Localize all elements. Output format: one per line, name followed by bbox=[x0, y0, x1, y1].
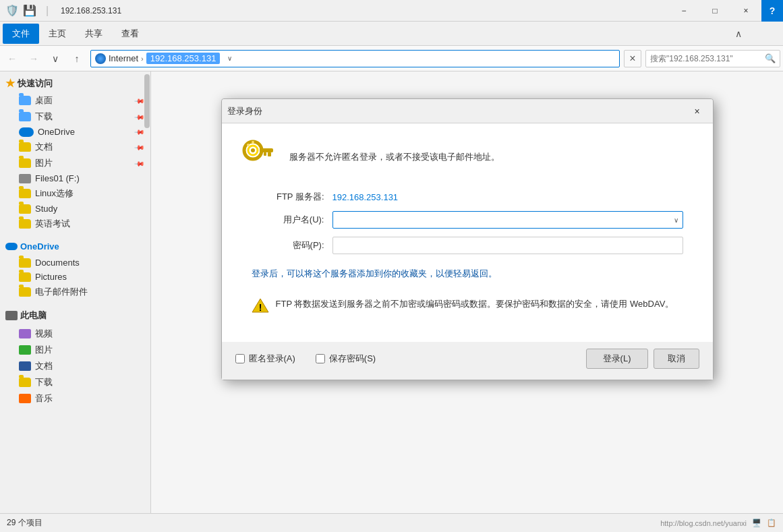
key-svg bbox=[238, 137, 275, 174]
sidebar-item-doc[interactable]: 文档 bbox=[0, 358, 150, 374]
sidebar-item-download[interactable]: 下载 bbox=[0, 374, 150, 390]
sidebar-item-label: 电子邮件附件 bbox=[35, 286, 88, 298]
dialog-note: 登录后，可以将这个服务器添加到你的收藏夹，以便轻易返回。 bbox=[238, 262, 697, 291]
back-button[interactable]: ← bbox=[3, 49, 22, 68]
menu-file[interactable]: 文件 bbox=[3, 24, 39, 44]
sidebar-item-english[interactable]: 英语考试 bbox=[0, 216, 150, 232]
main-area: ★ 快速访问 桌面 📌 下载 📌 OneDrive 📌 文档 📌 bbox=[0, 71, 783, 513]
dialog-title: 登录身份 bbox=[227, 105, 687, 117]
minimize-button[interactable]: − bbox=[668, 0, 699, 22]
search-input[interactable] bbox=[650, 54, 762, 63]
sidebar-item-label: 下载 bbox=[35, 376, 53, 388]
sidebar-item-documents[interactable]: 文档 📌 bbox=[0, 139, 150, 155]
sidebar-item-music[interactable]: 音乐 bbox=[0, 390, 150, 407]
sidebar-item-picture[interactable]: 图片 bbox=[0, 342, 150, 358]
statusbar-icon1: 🖥️ bbox=[752, 519, 761, 527]
username-dropdown-arrow[interactable]: ∨ bbox=[674, 216, 678, 224]
pin-icon: 📌 bbox=[134, 95, 145, 106]
sidebar-item-onedrive[interactable]: OneDrive 📌 bbox=[0, 125, 150, 139]
svg-text:!: ! bbox=[258, 302, 262, 313]
sidebar-item-downloads[interactable]: 下载 📌 bbox=[0, 109, 150, 125]
address-clear-button[interactable]: × bbox=[624, 50, 641, 67]
dialog-close-button[interactable]: × bbox=[687, 102, 707, 120]
folder-icon bbox=[19, 189, 31, 198]
anonymous-checkbox-input[interactable] bbox=[235, 354, 245, 363]
menu-share[interactable]: 共享 bbox=[76, 24, 112, 44]
sidebar-item-files01[interactable]: Files01 (F:) bbox=[0, 171, 150, 185]
ftp-server-value: 192.168.253.131 bbox=[332, 192, 399, 202]
sidebar-item-label: Files01 (F:) bbox=[35, 173, 80, 183]
username-label: 用户名(U): bbox=[252, 214, 332, 226]
ftp-server-row: FTP 服务器: 192.168.253.131 bbox=[238, 191, 697, 203]
statusbar-items-count: 29 个项目 bbox=[7, 517, 42, 529]
svg-rect-2 bbox=[260, 148, 273, 152]
onedrive-section-label: OneDrive bbox=[20, 241, 59, 252]
save-password-checkbox-input[interactable] bbox=[316, 354, 325, 363]
username-input[interactable] bbox=[333, 212, 674, 227]
address-path[interactable]: Internet › 192.168.253.131 ∨ bbox=[90, 50, 620, 67]
dropdown-button[interactable]: ∨ bbox=[46, 49, 65, 68]
key-icon bbox=[238, 137, 279, 177]
sidebar-item-label: 图片 bbox=[35, 344, 53, 356]
search-box[interactable]: 🔍 bbox=[645, 50, 780, 67]
content-pane: 登录身份 × bbox=[151, 71, 783, 513]
video-icon bbox=[19, 329, 31, 338]
app-icon-shield: 🛡️ bbox=[5, 4, 19, 18]
sidebar-item-label: 图片 bbox=[35, 157, 53, 169]
titlebar: 🛡️ 💾 | 192.168.253.131 − □ × ? bbox=[0, 0, 783, 22]
maximize-button[interactable]: □ bbox=[699, 0, 730, 22]
computer-section-header[interactable]: 此电脑 bbox=[0, 305, 150, 326]
globe-icon bbox=[95, 53, 106, 64]
pictures-icon bbox=[19, 158, 31, 168]
sidebar-item-label: 英语考试 bbox=[35, 218, 70, 230]
search-icon[interactable]: 🔍 bbox=[765, 53, 776, 63]
folder-icon bbox=[19, 219, 31, 229]
sidebar-item-video[interactable]: 视频 bbox=[0, 326, 150, 342]
username-input-wrapper[interactable]: ∨ bbox=[332, 211, 683, 229]
onedrive-icon bbox=[19, 127, 34, 137]
sidebar-item-study[interactable]: Study bbox=[0, 202, 150, 216]
forward-button[interactable]: → bbox=[24, 49, 43, 68]
computer-icon bbox=[5, 311, 18, 320]
path-dropdown-button[interactable]: ∨ bbox=[223, 50, 236, 67]
up-button[interactable]: ↑ bbox=[67, 49, 86, 68]
cancel-button[interactable]: 取消 bbox=[654, 349, 699, 369]
sidebar-item-label: Pictures bbox=[35, 272, 67, 282]
sidebar-item-label: Study bbox=[35, 204, 57, 214]
menu-expand-icon[interactable]: ∧ bbox=[730, 26, 747, 42]
computer-section: 此电脑 视频 图片 文档 下载 音乐 bbox=[0, 303, 150, 409]
sidebar-item-pictures[interactable]: 图片 📌 bbox=[0, 155, 150, 171]
sidebar-item-docs[interactable]: Documents bbox=[0, 256, 150, 270]
sidebar-item-label: 视频 bbox=[35, 328, 53, 340]
save-password-checkbox[interactable]: 保存密码(S) bbox=[316, 353, 376, 365]
addressbar: ← → ∨ ↑ Internet › 192.168.253.131 ∨ × 🔍 bbox=[0, 46, 783, 71]
sidebar-item-desktop[interactable]: 桌面 📌 bbox=[0, 92, 150, 109]
music-icon bbox=[19, 394, 31, 403]
svg-point-7 bbox=[251, 148, 255, 152]
sidebar-item-label: Linux选修 bbox=[35, 187, 74, 200]
login-button[interactable]: 登录(L) bbox=[586, 349, 648, 369]
onedrive-section: OneDrive Documents Pictures 电子邮件附件 bbox=[0, 235, 150, 303]
computer-section-label: 此电脑 bbox=[20, 309, 47, 322]
downloads-icon bbox=[19, 112, 31, 121]
svg-point-5 bbox=[247, 144, 250, 146]
close-button[interactable]: × bbox=[730, 0, 761, 22]
login-dialog: 登录身份 × bbox=[221, 98, 714, 380]
help-button[interactable]: ? bbox=[761, 0, 783, 22]
menu-view[interactable]: 查看 bbox=[112, 24, 148, 44]
watermark-text: http://blog.csdn.net/yuanxi bbox=[660, 519, 747, 527]
sidebar-item-pics[interactable]: Pictures bbox=[0, 270, 150, 284]
dialog-footer: 匿名登录(A) 保存密码(S) 登录(L) 取消 bbox=[222, 342, 713, 380]
sidebar-item-label: 下载 bbox=[35, 111, 53, 123]
sidebar-item-linux[interactable]: Linux选修 bbox=[0, 185, 150, 202]
warning-text: FTP 将数据发送到服务器之前不加密或编码密码或数据。要保护密码和数据的安全，请… bbox=[276, 297, 674, 312]
sidebar-item-label: Documents bbox=[35, 258, 80, 268]
sidebar-item-email-attachment[interactable]: 电子邮件附件 bbox=[0, 284, 150, 300]
onedrive-section-header[interactable]: OneDrive bbox=[0, 237, 150, 256]
sidebar: ★ 快速访问 桌面 📌 下载 📌 OneDrive 📌 文档 📌 bbox=[0, 71, 151, 513]
anonymous-login-checkbox[interactable]: 匿名登录(A) bbox=[235, 353, 295, 365]
folder-icon bbox=[19, 287, 31, 297]
menu-home[interactable]: 主页 bbox=[39, 24, 76, 44]
password-input[interactable] bbox=[332, 237, 683, 254]
quick-access-header[interactable]: ★ 快速访问 bbox=[0, 74, 150, 92]
